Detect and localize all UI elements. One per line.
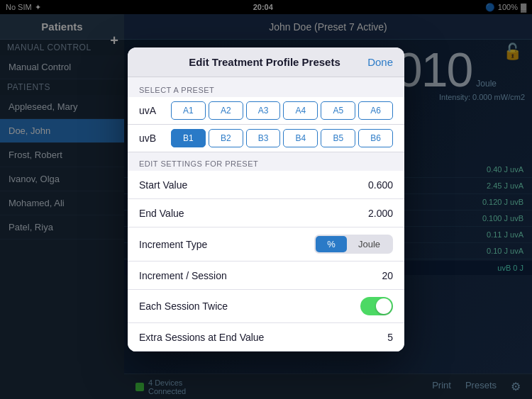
uva-btn-a6[interactable]: A6: [358, 101, 393, 120]
increment-type-row: Increment Type % Joule: [128, 227, 404, 262]
uva-btn-a3[interactable]: A3: [246, 101, 281, 120]
modal-done-button[interactable]: Done: [367, 56, 393, 68]
increment-type-segmented: % Joule: [314, 235, 393, 254]
end-value-value: 2.000: [368, 208, 393, 219]
uvb-btn-b2[interactable]: B2: [209, 129, 243, 147]
uvb-btn-b3[interactable]: B3: [246, 129, 281, 147]
extra-sessions-row: Extra Sessions at End Value 5: [128, 323, 404, 352]
end-value-label: End Value: [139, 208, 184, 219]
modal-title: Edit Treatment Profile Presets: [167, 56, 362, 68]
uvb-label: uvB: [139, 133, 171, 144]
each-session-twice-toggle[interactable]: [360, 297, 393, 315]
modal-body: SELECT A PRESET uvA A1 A2 A3 A4 A5 A6 uv…: [128, 77, 404, 352]
each-session-twice-row: Each Session Twice: [128, 290, 404, 323]
modal-header: Edit Treatment Profile Presets Done: [128, 47, 404, 77]
uva-btn-a4[interactable]: A4: [283, 101, 318, 120]
uvb-btn-b1[interactable]: B1: [171, 129, 206, 147]
increment-type-label: Increment Type: [139, 239, 207, 250]
uva-buttons: A1 A2 A3 A4 A5 A6: [171, 101, 393, 120]
seg-percent-button[interactable]: %: [316, 236, 347, 252]
uva-btn-a1[interactable]: A1: [171, 101, 206, 120]
each-session-twice-label: Each Session Twice: [139, 300, 228, 312]
modal-dialog: Edit Treatment Profile Presets Done SELE…: [128, 47, 404, 352]
seg-joule-button[interactable]: Joule: [347, 236, 392, 252]
uvb-preset-row: uvB B1 B2 B3 B4 B5 B6: [128, 125, 404, 152]
increment-session-label: Increment / Session: [139, 270, 227, 281]
toggle-knob: [376, 298, 392, 314]
uva-preset-row: uvA A1 A2 A3 A4 A5 A6: [128, 97, 404, 125]
uvb-buttons: B1 B2 B3 B4 B5 B6: [171, 129, 393, 147]
start-value-row: Start Value 0.600: [128, 171, 404, 199]
uva-label: uvA: [139, 105, 171, 116]
uva-btn-a5[interactable]: A5: [321, 101, 355, 120]
extra-sessions-value: 5: [387, 332, 393, 343]
extra-sessions-label: Extra Sessions at End Value: [139, 332, 264, 343]
start-value-label: Start Value: [139, 179, 187, 191]
uvb-btn-b6[interactable]: B6: [358, 129, 393, 147]
start-value-value: 0.600: [368, 179, 393, 191]
uvb-btn-b4[interactable]: B4: [283, 129, 318, 147]
end-value-row: End Value 2.000: [128, 199, 404, 227]
modal-overlay: Edit Treatment Profile Presets Done SELE…: [0, 0, 532, 399]
select-preset-heading: SELECT A PRESET: [128, 77, 404, 97]
edit-settings-heading: EDIT SETTINGS FOR PRESET: [128, 152, 404, 171]
increment-session-value: 20: [382, 270, 393, 281]
increment-session-row: Increment / Session 20: [128, 262, 404, 290]
uva-btn-a2[interactable]: A2: [209, 101, 243, 120]
uvb-btn-b5[interactable]: B5: [321, 129, 355, 147]
